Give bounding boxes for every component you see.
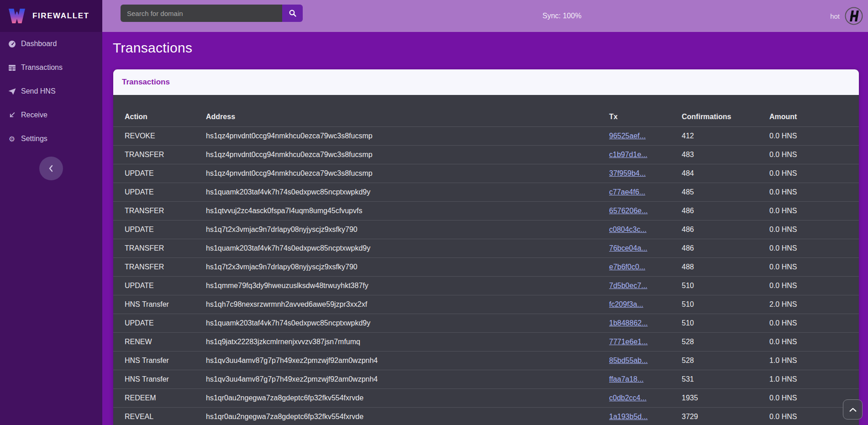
chevron-up-icon <box>849 407 857 412</box>
amount-cell: 0.0 HNS <box>769 332 859 351</box>
address-cell: hs1qmme79fq3dy9hweuzuslksdw48trwuyhkt387… <box>206 276 609 295</box>
tx-cell: 7d5b0ec7... <box>609 276 682 295</box>
table-row: UPDATEhs1q7t2x3vmjac9n7drlapy08nyjyscjz9… <box>113 220 859 239</box>
confirmations-cell: 486 <box>682 239 769 257</box>
tx-link[interactable]: c0804c3c... <box>609 226 647 233</box>
column-header-tx: Tx <box>609 107 682 126</box>
sidebar-item-receive[interactable]: Receive <box>0 103 102 127</box>
tx-cell: 37f959b4... <box>609 164 682 183</box>
table-row: UPDATEhs1qz4pnvdnt0ccg94nmkhcu0ezca79wc3… <box>113 164 859 183</box>
tx-cell: 6576206e... <box>609 201 682 220</box>
firewallet-logo-icon <box>7 8 26 24</box>
table-row: TRANSFERhs1qz4pnvdnt0ccg94nmkhcu0ezca79w… <box>113 145 859 164</box>
action-cell: UPDATE <box>113 164 206 183</box>
address-cell: hs1qv3uu4amv87g7p7h49xez2pmzwjf92am0wzpn… <box>206 370 609 388</box>
address-cell: hs1qz4pnvdnt0ccg94nmkhcu0ezca79wc3s8fucs… <box>206 126 609 145</box>
confirmations-cell: 510 <box>682 295 769 314</box>
tx-link[interactable]: c0db2cc4... <box>609 394 647 402</box>
action-cell: TRANSFER <box>113 239 206 257</box>
tx-link[interactable]: c77ae4f6... <box>609 188 645 196</box>
tx-cell: 1a193b5d... <box>609 407 682 425</box>
table-row: UPDATEhs1quamk203taf4vk7h74s0edxpwc85ncp… <box>113 183 859 201</box>
table-row: REVEALhs1qr0au2ngegwa7za8gdeptc6fp32fkv5… <box>113 407 859 425</box>
tx-link[interactable]: 7771e6e1... <box>609 338 648 346</box>
tx-cell: 85bd55ab... <box>609 351 682 370</box>
confirmations-cell: 483 <box>682 145 769 164</box>
address-cell: hs1qv3uu4amv87g7p7h49xez2pmzwjf92am0wzpn… <box>206 351 609 370</box>
address-cell: hs1qr0au2ngegwa7za8gdeptc6fp32fkv554fxrv… <box>206 388 609 407</box>
search-button[interactable] <box>282 5 303 22</box>
action-cell: TRANSFER <box>113 201 206 220</box>
transactions-icon <box>8 63 16 72</box>
chevron-left-icon <box>47 164 55 173</box>
action-cell: RENEW <box>113 332 206 351</box>
topbar: Sync: 100% hot <box>102 0 868 32</box>
sidebar-item-transactions[interactable]: Transactions <box>0 56 102 79</box>
tx-link[interactable]: ffaa7a18... <box>609 375 643 383</box>
amount-cell: 1.0 HNS <box>769 351 859 370</box>
address-cell: hs1q7t2x3vmjac9n7drlapy08nyjyscjz9xsfky7… <box>206 220 609 239</box>
tx-cell: e7b6f0c0... <box>609 257 682 276</box>
domain-search <box>121 5 303 22</box>
confirmations-cell: 531 <box>682 370 769 388</box>
amount-cell: 0.0 HNS <box>769 183 859 201</box>
sidebar-item-label: Send HNS <box>21 87 56 95</box>
address-cell: hs1quamk203taf4vk7h74s0edxpwc85ncptxwpkd… <box>206 239 609 257</box>
action-cell: HNS Transfer <box>113 351 206 370</box>
handshake-logo-icon <box>845 7 863 25</box>
tx-link[interactable]: fc209f3a... <box>609 300 643 308</box>
confirmations-cell: 528 <box>682 351 769 370</box>
search-input[interactable] <box>121 5 282 22</box>
tx-cell: c1b97d1e... <box>609 145 682 164</box>
tx-cell: fc209f3a... <box>609 295 682 314</box>
column-header-address: Address <box>206 107 609 126</box>
tx-link[interactable]: e7b6f0c0... <box>609 263 645 271</box>
tx-cell: c77ae4f6... <box>609 183 682 201</box>
sidebar: FIREWALLET Dashboard Transactions Send H… <box>0 0 102 425</box>
action-cell: UPDATE <box>113 220 206 239</box>
sidebar-item-send-hns[interactable]: Send HNS <box>0 79 102 103</box>
confirmations-cell: 484 <box>682 164 769 183</box>
confirmations-cell: 486 <box>682 220 769 239</box>
amount-cell: 0.0 HNS <box>769 276 859 295</box>
sidebar-item-settings[interactable]: ⚙ Settings <box>0 127 102 151</box>
brand[interactable]: FIREWALLET <box>0 0 102 32</box>
amount-cell: 0.0 HNS <box>769 201 859 220</box>
scroll-to-top-button[interactable] <box>843 399 863 420</box>
confirmations-cell: 485 <box>682 183 769 201</box>
tx-link[interactable]: 96525aef... <box>609 132 646 140</box>
sidebar-collapse-button[interactable] <box>39 157 63 180</box>
tx-cell: 76bce04a... <box>609 239 682 257</box>
table-row: TRANSFERhs1q7t2x3vmjac9n7drlapy08nyjyscj… <box>113 257 859 276</box>
tx-link[interactable]: 1a193b5d... <box>609 413 648 420</box>
table-row: TRANSFERhs1quamk203taf4vk7h74s0edxpwc85n… <box>113 239 859 257</box>
action-cell: HNS Transfer <box>113 295 206 314</box>
tx-cell: 96525aef... <box>609 126 682 145</box>
tx-cell: c0804c3c... <box>609 220 682 239</box>
tx-link[interactable]: 7d5b0ec7... <box>609 282 647 289</box>
transactions-table: Action Address Tx Confirmations Amount R… <box>113 107 859 425</box>
table-row: UPDATEhs1qmme79fq3dy9hweuzuslksdw48trwuy… <box>113 276 859 295</box>
tx-link[interactable]: 6576206e... <box>609 207 648 215</box>
tx-link[interactable]: 37f959b4... <box>609 169 646 177</box>
sidebar-item-dashboard[interactable]: Dashboard <box>0 32 102 56</box>
address-cell: hs1qz4pnvdnt0ccg94nmkhcu0ezca79wc3s8fucs… <box>206 145 609 164</box>
table-row: HNS Transferhs1qv3uu4amv87g7p7h49xez2pmz… <box>113 351 859 370</box>
tx-link[interactable]: c1b97d1e... <box>609 151 647 158</box>
amount-cell: 0.0 HNS <box>769 257 859 276</box>
sidebar-item-label: Receive <box>21 111 47 119</box>
confirmations-cell: 1935 <box>682 388 769 407</box>
tx-cell: 1b848862... <box>609 314 682 332</box>
address-cell: hs1quamk203taf4vk7h74s0edxpwc85ncptxwpkd… <box>206 183 609 201</box>
confirmations-cell: 528 <box>682 332 769 351</box>
address-cell: hs1qr0au2ngegwa7za8gdeptc6fp32fkv554fxrv… <box>206 407 609 425</box>
tx-link[interactable]: 85bd55ab... <box>609 357 648 364</box>
action-cell: TRANSFER <box>113 145 206 164</box>
action-cell: TRANSFER <box>113 257 206 276</box>
tx-link[interactable]: 1b848862... <box>609 319 648 327</box>
amount-cell: 0.0 HNS <box>769 239 859 257</box>
tx-cell: c0db2cc4... <box>609 388 682 407</box>
receive-icon <box>8 111 16 119</box>
wallet-menu[interactable]: hot <box>830 0 863 32</box>
tx-link[interactable]: 76bce04a... <box>609 244 647 252</box>
